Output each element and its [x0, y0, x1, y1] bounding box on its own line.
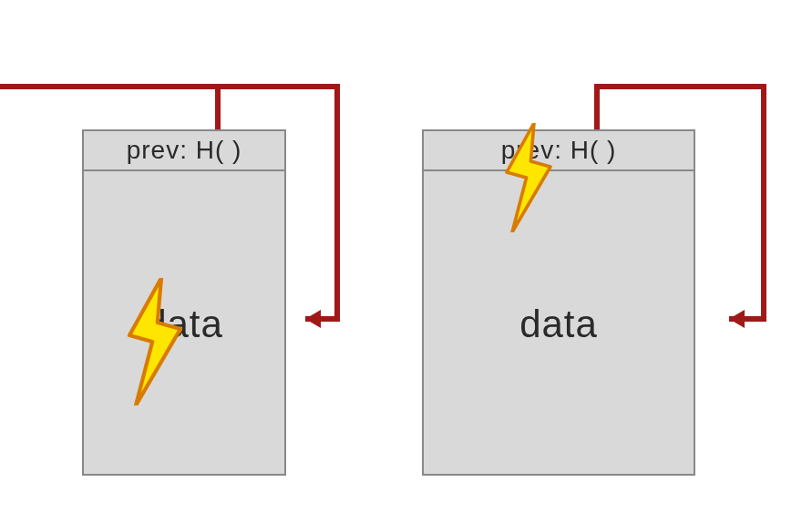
block-2-header-label: prev: H( ) [501, 136, 617, 165]
block-2: prev: H( ) data [422, 129, 695, 476]
block-2-header: prev: H( ) [424, 131, 694, 171]
block-1-header-label: prev: H( ) [127, 136, 242, 165]
block-2-body: data [424, 171, 694, 477]
block-1-body-label: data [145, 303, 223, 346]
block-2-body-label: data [519, 303, 598, 346]
block-1-header: prev: H( ) [84, 131, 284, 171]
block-1-body: data [84, 171, 284, 477]
block-1: prev: H( ) data [82, 129, 286, 476]
